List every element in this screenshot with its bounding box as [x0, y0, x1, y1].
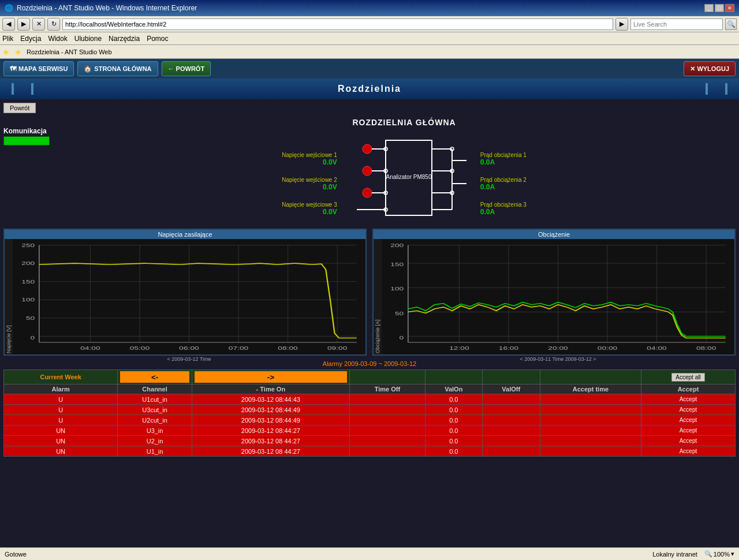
col-timeon: - Time On	[192, 384, 349, 394]
alarms-header-row: Current Week <- -> Accept al	[4, 370, 736, 384]
chart2-ylabel: Obciążenie [A]	[374, 239, 382, 354]
svg-text:16:00: 16:00	[499, 345, 519, 351]
komunikacja-label: Komunikacja	[3, 127, 73, 135]
status-bar: Gotowe Lokalny intranet 🔍 100% ▾	[0, 547, 739, 560]
alarm-cell-valon: 0.0	[425, 446, 482, 457]
search-go-btn[interactable]: 🔍	[725, 18, 737, 30]
circuit-svg: Analizator PM850	[345, 132, 472, 224]
mapa-icon: 🗺	[10, 65, 16, 72]
current-outputs: Prąd obciążenia 1 0.0A Prąd obciążenia 2…	[480, 152, 527, 216]
alarm-cell-accept: Accept	[641, 446, 736, 457]
menu-plik[interactable]: Plik	[2, 35, 13, 43]
diagram-row: Napięcie wejściowe 1 0.0V Napięcie wejśc…	[282, 132, 527, 224]
svg-text:20:00: 20:00	[548, 345, 568, 351]
alarm-cell-alarm: UN	[4, 425, 118, 436]
chart1-body: Napięcie [V]	[5, 239, 365, 354]
alarm-cell-alarm: U	[4, 415, 118, 425]
chart1-area: 0 50 100 150 200 250 04:00 05:00 06:00 0…	[13, 239, 365, 354]
col-valon: ValOn	[425, 384, 482, 394]
alarm-cell-accepttime	[540, 446, 641, 457]
address-input[interactable]	[62, 18, 613, 30]
svg-point-0	[363, 144, 372, 154]
svg-text:150: 150	[21, 278, 35, 285]
alarms-back-btn[interactable]: <-	[120, 371, 189, 383]
go-btn[interactable]: ▶	[615, 18, 628, 31]
chart1-xlabel: < 2009-03-12 Time	[13, 356, 365, 363]
svg-text:200: 200	[21, 260, 35, 266]
col-valoff: ValOff	[482, 384, 540, 394]
stop-btn[interactable]: ✕	[32, 18, 45, 31]
svg-text:04:00: 04:00	[647, 345, 667, 351]
svg-text:00:00: 00:00	[598, 345, 618, 351]
alarm-cell-alarm: UN	[4, 436, 118, 446]
nav-row: 🗺 MAPA SERWISU 🏠 STRONA GŁÓWNA ← POWRÓT …	[0, 59, 739, 79]
menu-narzedzia[interactable]: Narzędzia	[109, 35, 140, 43]
forward-btn[interactable]: ▶	[17, 18, 30, 31]
powrot-btn[interactable]: ← POWRÓT	[162, 61, 211, 76]
close-btn[interactable]: ✕	[725, 4, 734, 12]
alarm-cell-valoff	[482, 415, 540, 425]
menu-edycja[interactable]: Edycja	[20, 35, 41, 43]
zoom-icon: 🔍	[704, 550, 712, 558]
alarm-cell-valon: 0.0	[425, 436, 482, 446]
svg-text:07:00: 07:00	[229, 345, 249, 351]
svg-text:09:00: 09:00	[327, 345, 348, 351]
alarms-tbody: U U1cut_in 2009-03-12 08:44:43 0.0 Accep…	[4, 394, 736, 457]
accept-btn-5[interactable]: Accept	[644, 447, 733, 455]
accept-btn-2[interactable]: Accept	[644, 416, 733, 424]
table-row: UN U2_in 2009-03-12 08 44:27 0.0 Accept	[4, 436, 736, 446]
restore-btn[interactable]: □	[715, 4, 724, 12]
col-alarm: Alarm	[4, 384, 118, 394]
alarm-cell-valoff	[482, 446, 540, 457]
favorites-bar: ★ ★ Rozdzielnia - ANT Studio Web	[0, 45, 739, 59]
alarm-cell-alarm: U	[4, 405, 118, 415]
alarms-empty4	[540, 370, 641, 384]
current-item-1: Prąd obciążenia 1 0.0A	[480, 152, 527, 166]
svg-text:04:00: 04:00	[80, 345, 100, 351]
svg-text:08:00: 08:00	[696, 345, 716, 351]
circuit-diagram: Analizator PM850	[345, 132, 472, 224]
chart1-svg: 0 50 100 150 200 250 04:00 05:00 06:00 0…	[13, 239, 365, 354]
accept-btn-1[interactable]: Accept	[644, 406, 733, 413]
alarm-cell-timeoff	[349, 394, 425, 405]
charts-section: Napięcia zasilające Napięcie [V]	[3, 229, 736, 356]
powrot-small-btn[interactable]: Powrót	[3, 103, 36, 113]
search-input[interactable]	[630, 18, 723, 30]
voltage-item-2: Napięcie wejściowe 2 0.0V	[282, 177, 337, 191]
alarm-cell-valon: 0.0	[425, 415, 482, 425]
zoom-ctrl: 🔍 100% ▾	[704, 550, 734, 558]
minimize-btn[interactable]: _	[704, 4, 714, 12]
alarm-cell-accept: Accept	[641, 415, 736, 425]
mapa-serwisu-btn[interactable]: 🗺 MAPA SERWISU	[3, 61, 74, 76]
alarms-nav-fwd-cell: ->	[192, 370, 349, 384]
menu-pomoc[interactable]: Pomoc	[147, 35, 168, 43]
window-title: Rozdzielnia - ANT Studio Web - Windows I…	[17, 4, 197, 12]
favorites-add-icon: ★	[14, 47, 22, 57]
alarms-fwd-btn[interactable]: ->	[195, 371, 347, 383]
accept-btn-0[interactable]: Accept	[644, 395, 733, 403]
alarms-col-header: Alarm Channel - Time On Time Off ValOn V…	[4, 384, 736, 394]
alarm-cell-timeon: 2009-03-12 08:44:49	[192, 415, 349, 425]
alarm-cell-valon: 0.0	[425, 405, 482, 415]
favorites-tab[interactable]: Rozdzielnia - ANT Studio Web	[27, 48, 112, 55]
table-row: U U3cut_in 2009-03-12 08:44:49 0.0 Accep…	[4, 405, 736, 415]
accept-btn-4[interactable]: Accept	[644, 437, 733, 445]
alarm-cell-valoff	[482, 394, 540, 405]
svg-point-1	[363, 166, 372, 176]
wyloguj-btn[interactable]: ✕ WYLOGUJ	[684, 61, 736, 76]
refresh-btn[interactable]: ↻	[47, 18, 60, 31]
strona-glowna-btn[interactable]: 🏠 STRONA GŁÓWNA	[77, 61, 158, 76]
alarm-cell-valon: 0.0	[425, 425, 482, 436]
main-content: Powrót Komunikacja ROZDZIELNIA GŁÓWNA Na…	[0, 99, 739, 547]
alarm-cell-alarm: U	[4, 394, 118, 405]
menu-ulubione[interactable]: Ulubione	[74, 35, 102, 43]
title-bar-left: 🌐 Rozdzielnia - ANT Studio Web - Windows…	[5, 4, 197, 12]
current-item-3: Prąd obciążenia 3 0.0A	[480, 201, 527, 216]
alarm-cell-timeon: 2009-03-12 08 44:27	[192, 446, 349, 457]
menu-widok[interactable]: Widok	[48, 35, 67, 43]
back-btn[interactable]: ◀	[2, 18, 15, 31]
accept-all-btn[interactable]: Accept all	[671, 373, 704, 382]
alarms-accept-all-cell: Accept all	[641, 370, 736, 384]
accept-btn-3[interactable]: Accept	[644, 427, 733, 434]
svg-text:100: 100	[21, 297, 35, 303]
